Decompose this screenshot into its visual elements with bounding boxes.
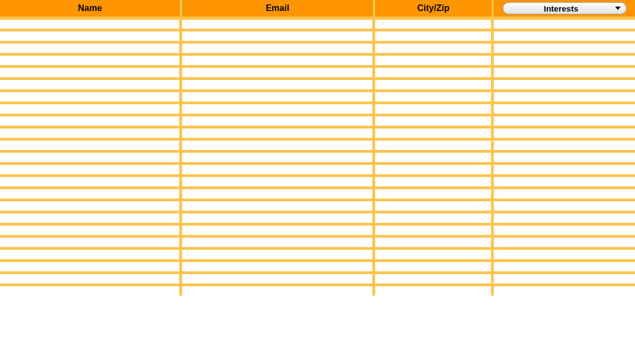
cell-interests[interactable] — [494, 150, 635, 162]
cell-cityzip[interactable] — [375, 17, 494, 29]
table-row[interactable] — [0, 65, 635, 77]
cell-interests[interactable] — [494, 283, 635, 296]
table-row[interactable] — [0, 283, 635, 296]
cell-cityzip[interactable] — [375, 114, 494, 126]
cell-interests[interactable] — [494, 211, 635, 223]
cell-interests[interactable] — [494, 114, 635, 126]
cell-name[interactable] — [0, 126, 182, 138]
cell-email[interactable] — [182, 199, 375, 211]
table-row[interactable] — [0, 53, 635, 65]
cell-interests[interactable] — [494, 162, 635, 174]
cell-name[interactable] — [0, 223, 182, 235]
cell-name[interactable] — [0, 114, 182, 126]
cell-name[interactable] — [0, 174, 182, 186]
cell-name[interactable] — [0, 283, 182, 296]
column-header-email[interactable]: Email — [182, 0, 375, 17]
column-header-name[interactable]: Name — [0, 0, 182, 17]
cell-cityzip[interactable] — [375, 247, 494, 259]
table-row[interactable] — [0, 41, 635, 53]
cell-interests[interactable] — [494, 174, 635, 186]
cell-name[interactable] — [0, 41, 182, 53]
cell-name[interactable] — [0, 199, 182, 211]
cell-cityzip[interactable] — [375, 174, 494, 186]
cell-name[interactable] — [0, 101, 182, 114]
cell-cityzip[interactable] — [375, 77, 494, 89]
cell-cityzip[interactable] — [375, 271, 494, 283]
table-row[interactable] — [0, 101, 635, 114]
table-row[interactable] — [0, 89, 635, 101]
cell-cityzip[interactable] — [375, 138, 494, 150]
cell-interests[interactable] — [494, 259, 635, 271]
cell-email[interactable] — [182, 247, 375, 259]
table-row[interactable] — [0, 77, 635, 89]
cell-cityzip[interactable] — [375, 223, 494, 235]
cell-cityzip[interactable] — [375, 150, 494, 162]
table-row[interactable] — [0, 259, 635, 271]
cell-name[interactable] — [0, 53, 182, 65]
cell-cityzip[interactable] — [375, 65, 494, 77]
cell-name[interactable] — [0, 247, 182, 259]
cell-cityzip[interactable] — [375, 283, 494, 296]
cell-name[interactable] — [0, 89, 182, 101]
cell-interests[interactable] — [494, 101, 635, 114]
cell-email[interactable] — [182, 150, 375, 162]
table-row[interactable] — [0, 247, 635, 259]
table-row[interactable] — [0, 174, 635, 186]
cell-email[interactable] — [182, 29, 375, 41]
cell-email[interactable] — [182, 211, 375, 223]
cell-email[interactable] — [182, 65, 375, 77]
cell-interests[interactable] — [494, 77, 635, 89]
cell-name[interactable] — [0, 271, 182, 283]
cell-email[interactable] — [182, 271, 375, 283]
cell-email[interactable] — [182, 283, 375, 296]
cell-email[interactable] — [182, 162, 375, 174]
cell-name[interactable] — [0, 186, 182, 199]
cell-interests[interactable] — [494, 235, 635, 247]
cell-interests[interactable] — [494, 199, 635, 211]
cell-interests[interactable] — [494, 186, 635, 199]
table-row[interactable] — [0, 211, 635, 223]
cell-cityzip[interactable] — [375, 162, 494, 174]
table-row[interactable] — [0, 17, 635, 29]
cell-email[interactable] — [182, 89, 375, 101]
cell-cityzip[interactable] — [375, 199, 494, 211]
cell-name[interactable] — [0, 77, 182, 89]
column-header-cityzip[interactable]: City/Zip — [375, 0, 494, 17]
cell-interests[interactable] — [494, 89, 635, 101]
cell-name[interactable] — [0, 211, 182, 223]
cell-email[interactable] — [182, 259, 375, 271]
cell-cityzip[interactable] — [375, 235, 494, 247]
cell-cityzip[interactable] — [375, 53, 494, 65]
table-row[interactable] — [0, 138, 635, 150]
interests-dropdown[interactable]: Interests — [503, 2, 627, 14]
table-row[interactable] — [0, 199, 635, 211]
cell-name[interactable] — [0, 29, 182, 41]
cell-cityzip[interactable] — [375, 211, 494, 223]
cell-interests[interactable] — [494, 65, 635, 77]
cell-name[interactable] — [0, 235, 182, 247]
cell-name[interactable] — [0, 65, 182, 77]
table-row[interactable] — [0, 29, 635, 41]
table-row[interactable] — [0, 271, 635, 283]
table-row[interactable] — [0, 114, 635, 126]
cell-email[interactable] — [182, 101, 375, 114]
cell-email[interactable] — [182, 174, 375, 186]
cell-cityzip[interactable] — [375, 259, 494, 271]
cell-email[interactable] — [182, 114, 375, 126]
cell-interests[interactable] — [494, 17, 635, 29]
table-row[interactable] — [0, 126, 635, 138]
cell-interests[interactable] — [494, 271, 635, 283]
cell-name[interactable] — [0, 259, 182, 271]
table-row[interactable] — [0, 186, 635, 199]
cell-interests[interactable] — [494, 223, 635, 235]
cell-interests[interactable] — [494, 138, 635, 150]
cell-email[interactable] — [182, 77, 375, 89]
cell-name[interactable] — [0, 138, 182, 150]
cell-email[interactable] — [182, 235, 375, 247]
table-row[interactable] — [0, 162, 635, 174]
cell-email[interactable] — [182, 223, 375, 235]
cell-interests[interactable] — [494, 53, 635, 65]
cell-interests[interactable] — [494, 126, 635, 138]
cell-name[interactable] — [0, 17, 182, 29]
cell-cityzip[interactable] — [375, 41, 494, 53]
